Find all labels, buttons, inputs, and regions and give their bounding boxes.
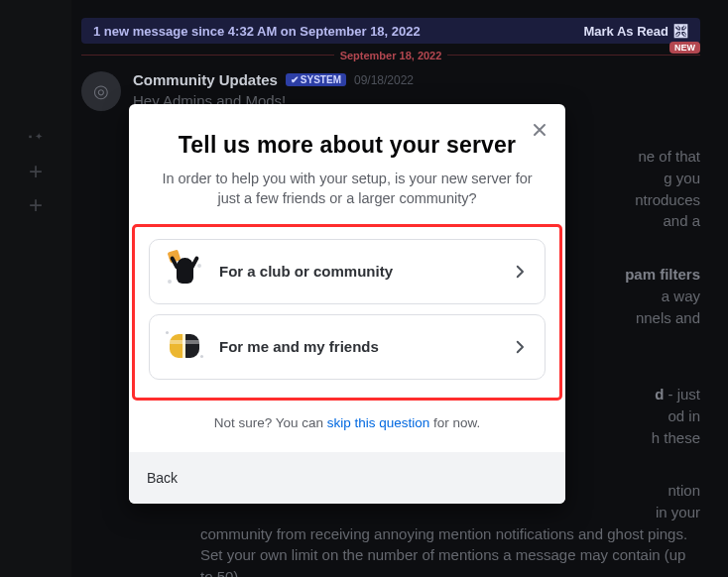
mark-read-icon: 🙫: [674, 23, 688, 39]
options-highlight-box: For a club or community For me and my fr…: [135, 227, 559, 398]
skip-question-link[interactable]: skip this question: [327, 415, 430, 430]
option-club-community[interactable]: For a club or community: [149, 239, 546, 304]
chevron-right-icon: [511, 263, 529, 281]
option-me-friends[interactable]: For me and my friends: [149, 314, 546, 380]
add-server-icon-2[interactable]: +: [12, 181, 60, 229]
mark-as-read-button[interactable]: Mark As Read: [584, 24, 669, 39]
new-message-banner[interactable]: 1 new message since 4:32 AM on September…: [81, 18, 700, 44]
modal-title: Tell us more about your server: [157, 132, 538, 159]
sidebar-mini-icons: ▪ ✦: [29, 131, 43, 142]
back-button[interactable]: Back: [147, 470, 178, 486]
new-badge: NEW: [669, 42, 700, 54]
modal-subtitle: In order to help you with your setup, is…: [157, 169, 538, 209]
close-button[interactable]: [528, 118, 551, 142]
username: Community Updates: [133, 71, 278, 88]
skip-line: Not sure? You can skip this question for…: [129, 398, 565, 452]
modal-footer: Back: [129, 452, 565, 504]
date-divider: September 18, 2022 NEW: [81, 46, 700, 63]
chevron-right-icon: [511, 338, 529, 356]
option-club-label: For a club or community: [219, 263, 497, 280]
server-sidebar: ▪ ✦ + +: [0, 0, 71, 577]
server-type-modal: Tell us more about your server In order …: [129, 104, 565, 504]
avatar: ◎: [81, 71, 121, 111]
message-date: 09/18/2022: [354, 73, 414, 87]
option-friends-label: For me and my friends: [219, 338, 497, 355]
banner-text: 1 new message since 4:32 AM on September…: [93, 24, 421, 39]
friends-icon: [166, 327, 205, 367]
divider-date: September 18, 2022: [334, 50, 448, 61]
system-badge: ✔ SYSTEM: [286, 73, 346, 86]
club-icon: [166, 252, 205, 291]
close-icon: [530, 120, 549, 140]
